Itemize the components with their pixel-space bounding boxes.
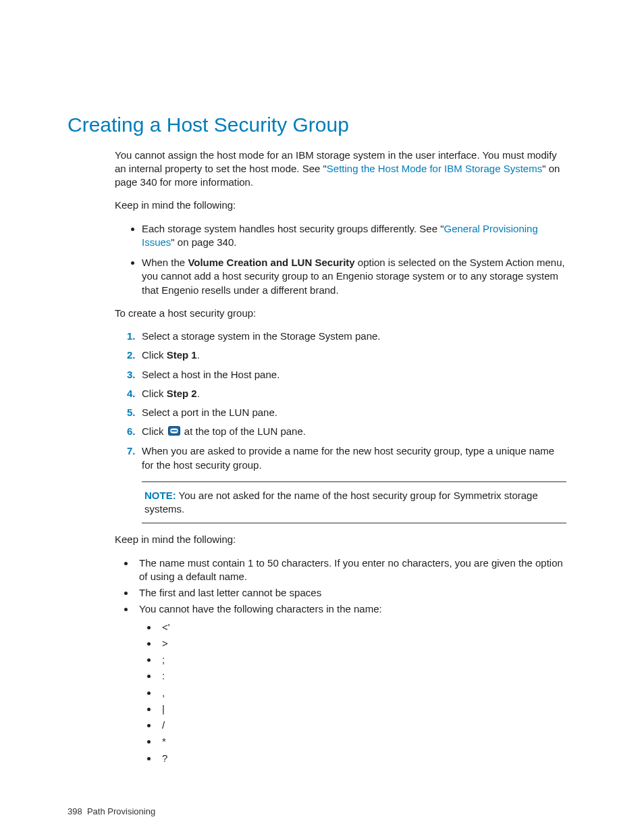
step-number: 2.	[127, 348, 136, 362]
char-item: |	[158, 702, 566, 716]
step-number: 3.	[127, 368, 136, 382]
char-item: :	[158, 669, 566, 683]
step-number: 7.	[127, 444, 136, 458]
step-item: 2.Click Step 1.	[130, 348, 566, 362]
rules-list: The name must contain 1 to 50 characters…	[115, 556, 566, 765]
step-item: 7.When you are asked to provide a name f…	[130, 444, 566, 472]
bullet-pre: When the	[142, 257, 188, 268]
char-item: ;	[158, 653, 566, 667]
to-create-text: To create a host security group:	[115, 307, 566, 320]
bullet-item: Each storage system handles host securit…	[142, 222, 566, 250]
step-number: 5.	[127, 406, 136, 419]
step-pre: Click	[142, 349, 167, 361]
char-item: >	[158, 637, 566, 650]
step-post: .	[197, 388, 200, 399]
step-item: 4.Click Step 2.	[130, 387, 566, 400]
bullet-item: When the Volume Creation and LUN Securit…	[142, 256, 566, 297]
char-item: <'	[158, 621, 566, 634]
rule-item: You cannot have the following characters…	[135, 602, 566, 765]
bullet-bold: Volume Creation and LUN Security	[188, 257, 354, 268]
char-list: <' > ; : , | / * ?	[139, 621, 566, 765]
char-item: ,	[158, 686, 566, 700]
step-item: 6.Click at the top of the LUN pane.	[130, 425, 566, 439]
lun-pane-icon	[168, 425, 180, 439]
step-text: When you are asked to provide a name for…	[142, 445, 554, 470]
link-set-host-mode[interactable]: Setting the Host Mode for IBM Storage Sy…	[327, 163, 542, 174]
keep-in-mind-2: Keep in mind the following:	[115, 533, 566, 546]
page-heading: Creating a Host Security Group	[68, 111, 566, 139]
step-number: 1.	[127, 330, 136, 343]
body-content: You cannot assign the host mode for an I…	[115, 149, 566, 765]
page-number: 398	[68, 806, 82, 816]
char-item: /	[158, 719, 566, 732]
step-text: Select a storage system in the Storage S…	[142, 330, 381, 342]
step-item: 5.Select a port in the LUN pane.	[130, 406, 566, 419]
step-item: 3.Select a host in the Host pane.	[130, 368, 566, 382]
step-pre: Click	[142, 388, 167, 399]
step-pre: Click	[142, 425, 167, 437]
step-number: 4.	[127, 387, 136, 400]
bullet-pre: Each storage system handles host securit…	[142, 223, 444, 234]
document-page: Creating a Host Security Group You canno…	[0, 0, 644, 834]
rule-text: You cannot have the following characters…	[139, 603, 382, 615]
keep-in-mind-1: Keep in mind the following:	[115, 199, 566, 212]
note-box: NOTE: You are not asked for the name of …	[142, 481, 566, 524]
rule-item: The name must contain 1 to 50 characters…	[135, 556, 566, 584]
note-label: NOTE:	[144, 490, 176, 501]
bullet-post: " on page 340.	[171, 236, 236, 248]
note-text: You are not asked for the name of the ho…	[144, 490, 538, 515]
step-bold: Step 2	[167, 388, 197, 399]
step-number: 6.	[127, 425, 136, 438]
intro-paragraph: You cannot assign the host mode for an I…	[115, 149, 566, 190]
bullets-list-1: Each storage system handles host securit…	[115, 222, 566, 297]
char-item: *	[158, 735, 566, 748]
section-title: Path Provisioning	[87, 806, 155, 816]
step-post: .	[197, 349, 200, 361]
char-item: ?	[158, 752, 566, 765]
rule-item: The first and last letter cannot be spac…	[135, 586, 566, 600]
page-footer: 398 Path Provisioning	[68, 806, 566, 818]
svg-rect-2	[171, 430, 177, 432]
steps-list: 1.Select a storage system in the Storage…	[115, 330, 566, 472]
step-bold: Step 1	[167, 349, 197, 361]
step-text: Select a port in the LUN pane.	[142, 407, 277, 418]
step-item: 1.Select a storage system in the Storage…	[130, 330, 566, 343]
step-text: Select a host in the Host pane.	[142, 369, 279, 380]
step-post: at the top of the LUN pane.	[182, 425, 306, 437]
